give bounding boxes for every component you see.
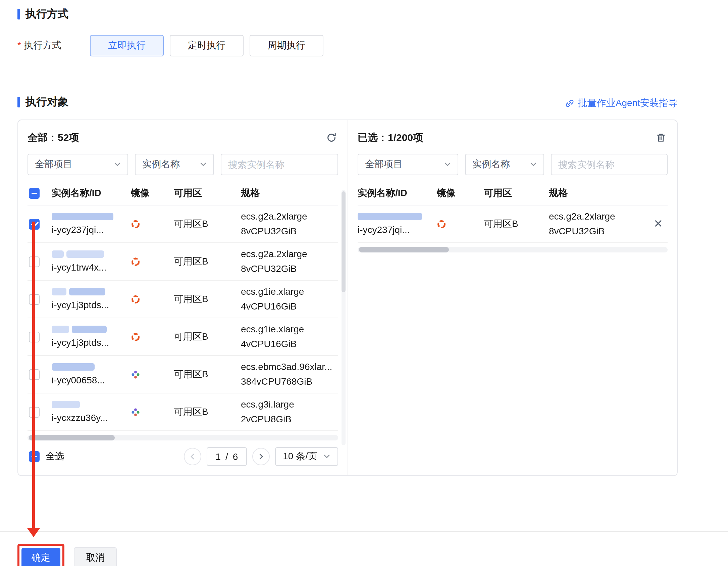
spec-line1: ecs.ebmc3ad.96xlar... bbox=[241, 360, 338, 374]
exec-method-field-label: *执行方式 bbox=[17, 40, 90, 52]
spec-line1: ecs.g2a.2xlarge bbox=[549, 209, 649, 224]
exec-method-options: 立即执行 定时执行 周期执行 bbox=[90, 35, 323, 56]
exec-target-section-title: 执行对象 bbox=[25, 95, 68, 109]
spec-line2: 8vCPU32GiB bbox=[549, 224, 649, 238]
option-periodic-execution[interactable]: 周期执行 bbox=[250, 35, 323, 56]
trash-icon bbox=[656, 135, 666, 145]
zone-value: 可用区B bbox=[174, 293, 241, 305]
instance-id: i-ycy237jqi... bbox=[52, 224, 131, 235]
prev-page-button[interactable] bbox=[184, 448, 201, 465]
horizontal-scrollbar[interactable] bbox=[28, 435, 338, 440]
spec-line2: 8vCPU32GiB bbox=[241, 224, 338, 238]
chevron-down-icon bbox=[444, 161, 451, 168]
spec-line1: ecs.g2a.2xlarge bbox=[241, 209, 338, 224]
clear-selected-button[interactable] bbox=[654, 131, 668, 144]
table-row[interactable]: i-ycy1j3ptds... 可用区B ecs.g1ie.xlarge 4vC… bbox=[28, 318, 338, 356]
instance-id: i-ycy237jqi... bbox=[358, 224, 437, 235]
redacted-instance-name bbox=[66, 250, 104, 258]
refresh-button[interactable] bbox=[325, 131, 338, 144]
spec-line1: ecs.g1ie.xlarge bbox=[241, 322, 338, 337]
instance-transfer-panel: 全部：52项 全部项目 实例名称 bbox=[17, 120, 678, 476]
scrollbar-thumb[interactable] bbox=[359, 247, 449, 252]
exec-method-section-title: 执行方式 bbox=[25, 7, 68, 21]
table-row[interactable]: i-ycy00658... 可用区B ecs.ebmc3ad.96xlar...… bbox=[28, 356, 338, 393]
spec-line2: 2vCPU8GiB bbox=[241, 412, 338, 426]
zone-value: 可用区B bbox=[174, 255, 241, 268]
scrollbar-thumb[interactable] bbox=[342, 191, 346, 292]
zone-value: 可用区B bbox=[174, 331, 241, 343]
spec-line2: 4vCPU16GiB bbox=[241, 299, 338, 314]
redacted-instance-name bbox=[72, 326, 107, 333]
instance-id: i-ycy1j3ptds... bbox=[52, 337, 131, 348]
table-row[interactable]: i-ycy237jqi... 可用区B ecs.g2a.2xlarge 8vCP… bbox=[358, 205, 668, 243]
table-row[interactable]: i-ycy1j3ptds... 可用区B ecs.g1ie.xlarge 4vC… bbox=[28, 281, 338, 318]
search-field-dropdown[interactable]: 实例名称 bbox=[465, 154, 544, 175]
redacted-instance-name bbox=[52, 213, 113, 220]
spec-line1: ecs.g1ie.xlarge bbox=[241, 285, 338, 299]
page-indicator[interactable]: 1 / 6 bbox=[207, 447, 247, 466]
column-image: 镜像 bbox=[437, 187, 484, 199]
page: 执行方式 *执行方式 立即执行 定时执行 周期执行 执行对象 批量作业Agent… bbox=[0, 0, 728, 566]
redacted-instance-name bbox=[69, 288, 105, 295]
required-asterisk: * bbox=[17, 40, 21, 50]
ubuntu-icon bbox=[131, 219, 174, 229]
spec-line2: 384vCPU768GiB bbox=[241, 374, 338, 389]
spec-line1: ecs.g2a.2xlarge bbox=[241, 247, 338, 262]
selected-table-header: 实例名称/ID 镜像 可用区 规格 bbox=[358, 182, 668, 205]
table-row[interactable]: i-ycy1trw4x... 可用区B ecs.g2a.2xlarge 8vCP… bbox=[28, 243, 338, 281]
search-input[interactable] bbox=[551, 154, 668, 175]
chevron-down-icon bbox=[114, 161, 121, 168]
redacted-instance-name bbox=[358, 213, 422, 220]
instance-id: i-ycy00658... bbox=[52, 375, 131, 385]
option-scheduled-execution[interactable]: 定时执行 bbox=[170, 35, 244, 56]
column-spec: 规格 bbox=[241, 187, 338, 199]
column-name-id: 实例名称/ID bbox=[52, 187, 131, 199]
remove-selected-button[interactable]: ✕ bbox=[649, 218, 667, 230]
next-page-button[interactable] bbox=[252, 448, 269, 465]
cancel-button[interactable]: 取消 bbox=[74, 547, 117, 566]
spec-line2: 4vCPU16GiB bbox=[241, 337, 338, 351]
exec-method-form-row: *执行方式 立即执行 定时执行 周期执行 bbox=[17, 35, 728, 56]
select-all-label: 全选 bbox=[46, 451, 64, 463]
search-input[interactable] bbox=[221, 154, 338, 175]
pagination: 1 / 6 10 条/页 bbox=[184, 447, 338, 466]
column-image: 镜像 bbox=[131, 187, 174, 199]
chevron-down-icon bbox=[323, 453, 330, 460]
column-spec: 规格 bbox=[549, 187, 649, 199]
confirm-button[interactable]: 确定 bbox=[21, 548, 60, 566]
chevron-down-icon bbox=[200, 161, 207, 168]
table-row[interactable]: i-ycxzzu36y... 可用区B ecs.g3i.large 2vCPU8… bbox=[28, 393, 338, 431]
option-execute-immediately[interactable]: 立即执行 bbox=[90, 35, 164, 56]
ubuntu-icon bbox=[131, 257, 174, 266]
redacted-instance-name bbox=[52, 363, 95, 371]
zone-value: 可用区B bbox=[484, 218, 549, 230]
search-field-dropdown[interactable]: 实例名称 bbox=[135, 154, 214, 175]
agent-install-guide-link[interactable]: 批量作业Agent安装指导 bbox=[565, 97, 678, 109]
project-filter-dropdown[interactable]: 全部项目 bbox=[28, 154, 128, 175]
ubuntu-icon bbox=[131, 294, 174, 304]
redacted-instance-name bbox=[52, 250, 64, 258]
redacted-instance-name bbox=[52, 326, 69, 333]
zone-value: 可用区B bbox=[174, 368, 241, 380]
selected-panel: 已选：1/200项 全部项目 实例名称 bbox=[348, 120, 677, 475]
section-accent-bar bbox=[17, 97, 20, 107]
current-page: 1 bbox=[215, 451, 221, 462]
table-row[interactable]: i-ycy237jqi... 可用区B ecs.g2a.2xlarge 8vCP… bbox=[28, 205, 338, 243]
select-all-header-checkbox[interactable] bbox=[29, 188, 40, 199]
chevron-down-icon bbox=[530, 161, 537, 168]
section-accent-bar bbox=[17, 9, 20, 19]
page-size-dropdown[interactable]: 10 条/页 bbox=[275, 447, 338, 466]
spec-line2: 8vCPU32GiB bbox=[241, 262, 338, 276]
vertical-scrollbar[interactable] bbox=[342, 190, 346, 445]
horizontal-scrollbar[interactable] bbox=[358, 247, 668, 252]
project-filter-dropdown[interactable]: 全部项目 bbox=[358, 154, 458, 175]
section-header-exec-target: 执行对象 批量作业Agent安装指导 bbox=[17, 95, 678, 109]
zone-value: 可用区B bbox=[174, 406, 241, 418]
link-icon bbox=[565, 99, 575, 108]
ubuntu-icon bbox=[131, 332, 174, 341]
section-header-exec-method: 执行方式 bbox=[17, 0, 728, 21]
selected-panel-title: 已选：1/200项 bbox=[358, 131, 423, 144]
annotation-highlight-box: 确定 bbox=[17, 544, 64, 566]
scrollbar-thumb[interactable] bbox=[29, 435, 115, 440]
annotation-arrow-line bbox=[32, 222, 35, 529]
